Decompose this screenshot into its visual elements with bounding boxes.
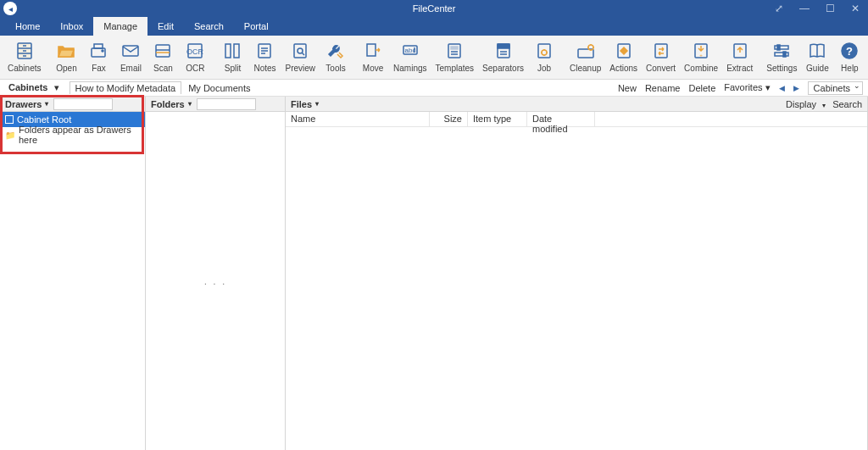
scan-icon [151,39,175,63]
svg-rect-9 [123,46,138,56]
display-dropdown[interactable]: Display ▾ [786,99,826,109]
move-icon [361,39,385,63]
app-title: FileCenter [0,3,868,14]
drawers-header[interactable]: Drawers ▾ [0,97,145,112]
email-button[interactable]: Email [114,37,147,75]
move-button[interactable]: Move [357,37,389,75]
files-header[interactable]: Files ▾ Display ▾ Search [286,97,867,112]
cabinets-dropdown[interactable]: Cabinets [808,81,863,95]
cleanup-button[interactable]: Cleanup [565,37,605,75]
cabinet-root-icon [5,115,14,124]
column-header-date-modified[interactable]: Date modified [527,112,595,126]
combine-button[interactable]: +Combine [680,37,722,75]
menu-tab-home[interactable]: Home [5,17,50,36]
folders-title: Folders [151,99,185,109]
drawers-list: Cabinet Root📁Folders appear as Drawers h… [0,112,145,450]
svg-rect-10 [156,45,170,57]
nav-back-icon[interactable]: ◀ [779,84,785,92]
cabinets-button[interactable]: Cabinets [3,37,45,75]
svg-rect-21 [294,44,306,58]
menu-bar: HomeInboxManageEditSearchPortal [0,17,868,36]
ribbon-label: Tools [326,64,345,73]
folder-icon: 📁 [5,131,15,140]
breadcrumb-bar: Cabinets ▾ How to Modify Metadata My Doc… [0,80,868,97]
menu-tab-edit[interactable]: Edit [147,17,184,36]
actions-button[interactable]: Actions [605,37,642,75]
svg-rect-47 [777,45,780,50]
ocr-icon: OCR [183,39,207,63]
menu-tab-inbox[interactable]: Inbox [50,17,93,36]
job-button[interactable]: Job [528,37,560,75]
column-header-item-type[interactable]: Item type [468,112,527,126]
settings-icon [770,39,793,63]
drawers-title: Drawers [5,99,42,109]
column-header-size[interactable]: Size [430,112,468,126]
extract-button[interactable]: Extract [722,37,757,75]
drawer-item[interactable]: 📁Folders appear as Drawers here [0,127,145,142]
ribbon-label: Combine [684,64,718,73]
separators-button[interactable]: Separators [478,37,528,75]
ribbon-label: Email [120,64,142,73]
rename-button[interactable]: Rename [645,83,681,93]
chevron-down-icon: ▾ [45,100,48,108]
svg-rect-24 [367,44,376,56]
folders-header[interactable]: Folders ▾ [146,97,285,112]
svg-rect-29 [451,47,458,49]
namings-icon: abc [398,39,422,63]
svg-rect-7 [94,44,103,48]
cabinets-breadcrumb[interactable]: Cabinets ▾ [5,81,66,95]
ribbon-label: Convert [646,64,676,73]
drawers-search-input[interactable] [53,98,113,110]
menu-tab-portal[interactable]: Portal [234,17,279,36]
svg-text:+: + [699,53,703,58]
menu-tab-search[interactable]: Search [184,17,234,36]
help-button[interactable]: ?Help [833,37,865,75]
ribbon-label: Fax [92,64,106,73]
favorites-dropdown[interactable]: Favorites ▾ [724,82,770,93]
cleanup-icon [574,39,598,63]
chevron-down-icon: ▾ [188,100,192,108]
guide-icon [805,39,829,63]
split-button[interactable]: Split [216,37,248,75]
svg-rect-15 [225,44,231,58]
ribbon-label: Actions [609,64,637,73]
breadcrumb-tab-metadata[interactable]: How to Modify Metadata [70,81,182,94]
folders-body: . . . [146,112,285,450]
namings-button[interactable]: abcNamings [389,37,431,75]
svg-point-8 [102,50,103,52]
drawers-panel: Drawers ▾ Cabinet Root📁Folders appear as… [0,97,146,450]
menu-tab-manage[interactable]: Manage [93,17,147,36]
templates-button[interactable]: Templates [431,37,479,75]
delete-button[interactable]: Delete [688,83,715,93]
files-search-button[interactable]: Search [832,99,862,109]
open-button[interactable]: Open [50,37,82,75]
tools-button[interactable]: Tools [320,37,352,75]
ribbon-label: Move [363,64,383,73]
ribbon-label: Help [841,64,859,73]
tools-icon [324,39,348,63]
svg-rect-41 [655,44,667,58]
scan-button[interactable]: Scan [147,37,179,75]
folders-panel: Folders ▾ . . . [146,97,286,450]
breadcrumb-tab-mydocs[interactable]: My Documents [185,81,253,95]
guide-button[interactable]: Guide [801,37,833,75]
notes-icon [253,39,276,63]
ribbon-label: Templates [436,64,475,73]
column-header-name[interactable]: Name [286,112,430,126]
column-headers: NameSizeItem typeDate modified [286,112,867,127]
nav-forward-icon[interactable]: ▶ [793,84,799,92]
chevron-down-icon: ▾ [315,100,319,108]
settings-button[interactable]: Settings [762,37,801,75]
preview-button[interactable]: Preview [281,37,320,75]
new-button[interactable]: New [618,83,637,93]
notes-button[interactable]: Notes [248,37,281,75]
folders-search-input[interactable] [197,98,256,110]
svg-point-37 [542,50,547,55]
fax-button[interactable]: Fax [82,37,114,75]
open-icon [54,39,78,63]
split-icon [220,39,244,63]
ocr-button[interactable]: OCROCR [179,37,211,75]
help-icon: ? [837,39,861,63]
convert-button[interactable]: Convert [642,37,680,75]
ribbon-label: Extract [726,64,753,73]
